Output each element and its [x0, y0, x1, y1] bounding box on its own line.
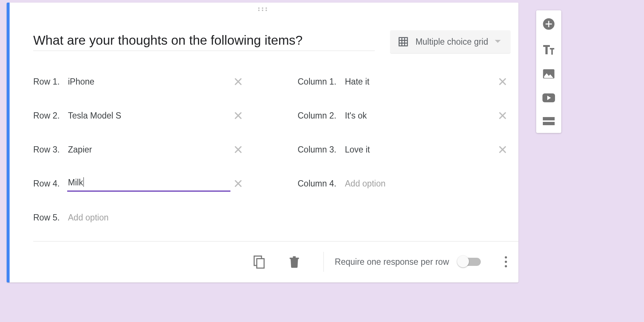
row-input[interactable]: Tesla Model S: [67, 109, 230, 122]
section-icon[interactable]: [542, 117, 555, 126]
svg-point-13: [505, 256, 507, 258]
row-input[interactable]: iPhone: [67, 75, 230, 88]
row-label: Row 5.: [33, 213, 67, 223]
svg-point-15: [505, 265, 507, 267]
remove-column-icon[interactable]: [495, 74, 510, 89]
svg-rect-18: [546, 24, 552, 25]
question-footer: Require one response per row: [33, 241, 518, 282]
svg-rect-21: [543, 117, 555, 120]
add-question-icon[interactable]: [542, 18, 555, 30]
remove-row-icon[interactable]: [230, 142, 246, 157]
row-label: Row 1.: [33, 77, 67, 87]
row-label: Row 3.: [33, 145, 67, 155]
more-options-icon[interactable]: [504, 256, 507, 268]
require-response-toggle[interactable]: [459, 258, 481, 266]
remove-column-icon[interactable]: [495, 142, 510, 157]
remove-column-icon[interactable]: [495, 108, 510, 123]
column-label: Column 1.: [298, 77, 344, 87]
column-label: Column 4.: [298, 179, 344, 189]
drag-handle[interactable]: [257, 7, 268, 11]
chevron-down-icon: [495, 40, 501, 44]
question-type-label: Multiple choice grid: [415, 37, 488, 47]
svg-rect-6: [399, 38, 408, 46]
svg-point-14: [505, 261, 507, 263]
side-toolbox: [536, 10, 561, 133]
grid-icon: [398, 36, 409, 47]
video-icon[interactable]: [542, 93, 555, 103]
column-label: Column 3.: [298, 145, 344, 155]
remove-row-icon[interactable]: [230, 176, 246, 191]
question-type-dropdown[interactable]: Multiple choice grid: [390, 30, 510, 53]
toggle-knob: [457, 256, 469, 267]
remove-row-icon[interactable]: [230, 108, 246, 123]
columns-column: Column 1. Hate it Column 2. It's ok Colu…: [298, 65, 510, 234]
svg-point-1: [262, 7, 263, 9]
card-accent-bar: [7, 3, 10, 282]
add-column-option[interactable]: Add option: [344, 177, 510, 190]
duplicate-icon[interactable]: [253, 255, 265, 269]
column-input[interactable]: Hate it: [344, 75, 495, 88]
svg-point-2: [266, 7, 267, 9]
image-icon[interactable]: [542, 69, 555, 79]
column-input[interactable]: Love it: [344, 143, 495, 156]
column-label: Column 2.: [298, 111, 344, 121]
row-input[interactable]: Zapier: [67, 143, 230, 156]
question-card: What are your thoughts on the following …: [7, 3, 518, 282]
text-title-icon[interactable]: [542, 44, 555, 55]
rows-column: Row 1. iPhone Row 2. Tesla Model S Row 3…: [33, 65, 246, 234]
require-response-label: Require one response per row: [335, 257, 449, 267]
svg-rect-12: [257, 259, 264, 268]
text-cursor: [83, 177, 84, 187]
svg-rect-22: [543, 122, 555, 125]
vertical-divider: [323, 252, 324, 272]
delete-icon[interactable]: [289, 255, 300, 268]
row-label: Row 4.: [33, 179, 67, 189]
remove-row-icon[interactable]: [230, 74, 246, 89]
add-row-option[interactable]: Add option: [67, 211, 246, 224]
row-input-focused[interactable]: Milk: [67, 176, 230, 192]
svg-point-0: [258, 7, 260, 9]
svg-point-5: [266, 10, 267, 11]
svg-point-3: [258, 10, 260, 11]
svg-point-4: [262, 10, 263, 11]
column-input[interactable]: It's ok: [344, 109, 495, 122]
row-label: Row 2.: [33, 111, 67, 121]
question-title-input[interactable]: What are your thoughts on the following …: [33, 33, 375, 51]
